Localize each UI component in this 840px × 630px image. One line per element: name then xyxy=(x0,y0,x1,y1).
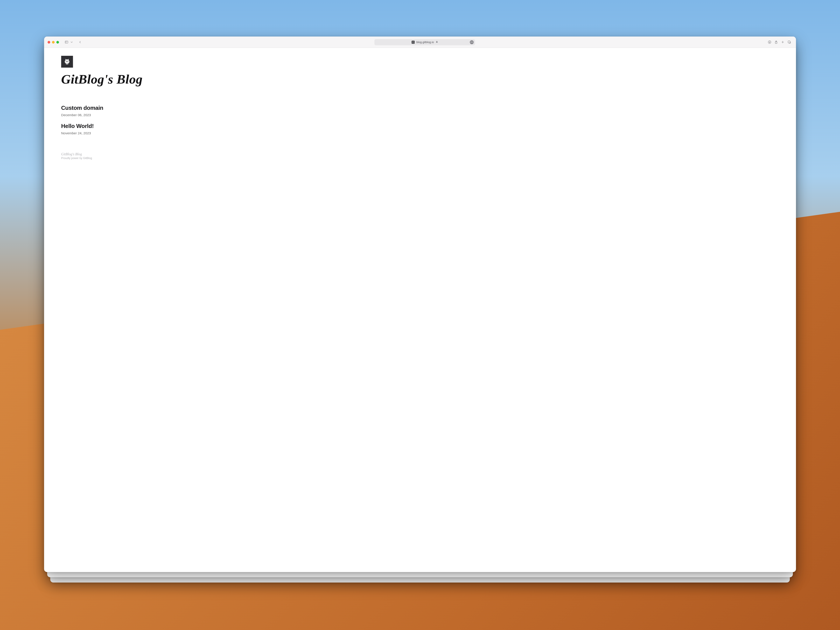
octocat-icon xyxy=(63,57,71,66)
svg-point-12 xyxy=(67,61,68,62)
footer-credit-prefix: Proudly power by xyxy=(61,156,83,160)
post-title-link[interactable]: Custom domain xyxy=(61,104,210,111)
window-minimize-button[interactable] xyxy=(52,41,55,44)
svg-point-10 xyxy=(65,60,69,63)
footer-credit: Proudly power by GitBlog xyxy=(61,156,210,160)
footer-site-name: GitBlog's Blog xyxy=(61,152,210,156)
address-bar-text: blog.gitblog.io xyxy=(416,41,434,44)
lock-icon xyxy=(436,41,438,44)
new-tab-button[interactable] xyxy=(780,39,786,45)
svg-point-11 xyxy=(66,61,67,62)
svg-rect-0 xyxy=(65,41,68,43)
window-close-button[interactable] xyxy=(48,41,50,44)
window-fullscreen-button[interactable] xyxy=(57,41,59,44)
post-item: Hello World! November 24, 2023 xyxy=(61,123,210,135)
address-bar[interactable]: blog.gitblog.io ••• xyxy=(374,39,475,45)
post-title-link[interactable]: Hello World! xyxy=(61,123,210,129)
footer-credit-link[interactable]: GitBlog xyxy=(83,156,92,160)
tab-group-menu-button[interactable] xyxy=(70,39,74,45)
svg-rect-9 xyxy=(788,41,790,43)
page-content: GitBlog's Blog Custom domain December 06… xyxy=(44,48,796,572)
safari-window: blog.gitblog.io ••• xyxy=(44,36,796,572)
back-button[interactable] xyxy=(77,39,83,45)
svg-rect-2 xyxy=(436,42,437,43)
window-controls xyxy=(48,41,59,44)
site-footer: GitBlog's Blog Proudly power by GitBlog xyxy=(61,152,210,160)
share-button[interactable] xyxy=(773,39,779,45)
blog-title[interactable]: GitBlog's Blog xyxy=(61,73,210,86)
post-date: December 06, 2023 xyxy=(61,113,210,117)
page-actions-button[interactable]: ••• xyxy=(470,40,474,44)
post-item: Custom domain December 06, 2023 xyxy=(61,104,210,117)
sidebar-toggle-button[interactable] xyxy=(63,39,69,45)
tab-overview-button[interactable] xyxy=(786,39,792,45)
browser-toolbar: blog.gitblog.io ••• xyxy=(44,36,796,48)
downloads-button[interactable] xyxy=(766,39,773,45)
site-avatar[interactable] xyxy=(61,56,73,68)
site-favicon-icon xyxy=(412,41,415,44)
post-date: November 24, 2023 xyxy=(61,131,210,135)
